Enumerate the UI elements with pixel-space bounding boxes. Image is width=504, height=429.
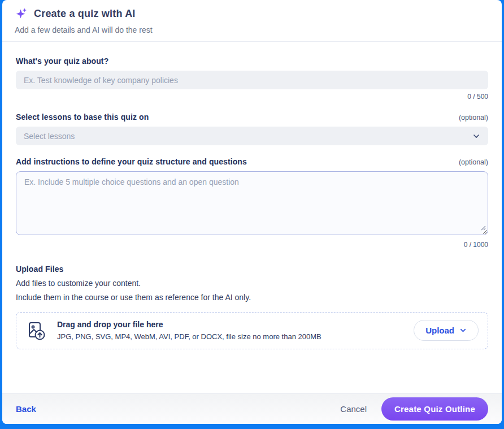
back-link[interactable]: Back — [16, 404, 36, 414]
quiz-about-input[interactable] — [16, 71, 488, 89]
screen-frame: Create a quiz with AI Add a few details … — [0, 0, 504, 429]
upload-button-label: Upload — [425, 326, 454, 335]
create-quiz-outline-button[interactable]: Create Quiz Outline — [381, 397, 488, 421]
chevron-down-icon — [472, 132, 480, 140]
select-lessons-dropdown[interactable]: Select lessons — [16, 127, 488, 145]
image-upload-icon — [25, 319, 48, 342]
file-dropzone[interactable]: Drag and drop your file here JPG, PNG, S… — [16, 312, 488, 349]
select-lessons-optional-tag: (optional) — [459, 114, 488, 122]
upload-files-heading: Upload Files — [16, 265, 488, 274]
upload-button[interactable]: Upload — [414, 320, 479, 341]
instructions-field: Add instructions to define your quiz str… — [16, 157, 488, 249]
dropzone-title: Drag and drop your file here — [57, 320, 405, 329]
instructions-optional-tag: (optional) — [459, 158, 488, 166]
quiz-about-label: What's your quiz about? — [16, 57, 108, 66]
upload-files-section: Upload Files Add files to customize your… — [16, 265, 488, 349]
page-subtitle: Add a few details and AI will do the res… — [15, 25, 489, 34]
ai-sparkle-icon — [15, 7, 28, 20]
upload-description-line2: Include them in the course or use them a… — [16, 292, 488, 303]
quiz-about-field: What's your quiz about? 0 / 500 — [16, 57, 488, 101]
instructions-textarea[interactable] — [16, 171, 488, 235]
select-lessons-placeholder: Select lessons — [24, 132, 75, 141]
instructions-label: Add instructions to define your quiz str… — [16, 157, 247, 166]
quiz-about-counter: 0 / 500 — [16, 93, 488, 101]
cancel-button[interactable]: Cancel — [340, 404, 367, 414]
select-lessons-field: Select lessons to base this quiz on (opt… — [16, 112, 488, 145]
modal-footer: Back Cancel Create Quiz Outline — [2, 393, 502, 424]
create-quiz-modal: Create a quiz with AI Add a few details … — [2, 0, 502, 424]
page-title: Create a quiz with AI — [34, 8, 136, 20]
form-body: What's your quiz about? 0 / 500 Select l… — [2, 42, 502, 393]
dropzone-hint: JPG, PNG, SVG, MP4, WebM, AVI, PDF, or D… — [57, 332, 405, 341]
upload-chevron-down-icon — [459, 327, 467, 334]
select-lessons-label: Select lessons to base this quiz on — [16, 112, 149, 122]
modal-header: Create a quiz with AI Add a few details … — [2, 0, 502, 42]
upload-description-line1: Add files to customize your content. — [16, 278, 488, 289]
instructions-counter: 0 / 1000 — [16, 241, 488, 249]
